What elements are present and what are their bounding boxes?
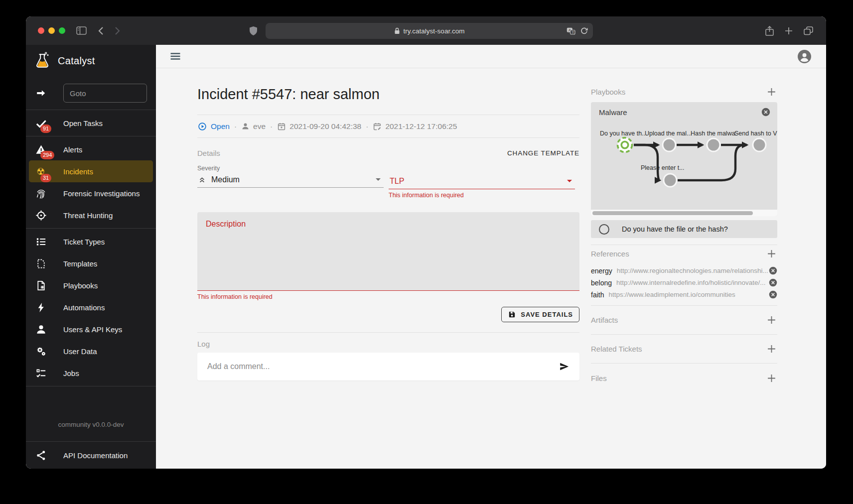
modified-timestamp: 2021-12-12 17:06:25 [373,122,457,131]
crosshair-icon [35,210,47,221]
sidebar-item-users-api-keys[interactable]: Users & API Keys [26,318,156,340]
app-bar [156,45,826,68]
owner-icon [241,122,250,130]
svg-text:Upload the mal...: Upload the mal... [645,130,692,137]
save-details-button[interactable]: SAVE DETAILS [501,307,579,322]
add-playbook-button[interactable] [766,86,777,98]
task-status-circle-icon[interactable] [599,224,609,235]
sidebar-toggle-icon[interactable] [76,26,87,35]
browser-window: try.catalyst-soar.com A文 [26,16,826,469]
address-bar[interactable]: try.catalyst-soar.com A文 [266,23,593,39]
avatar[interactable] [798,50,811,63]
sidebar-item-user-data[interactable]: User Data [26,340,156,362]
sidebar-item-forensic-investigations[interactable]: Forensic Investigations [26,182,156,204]
calendar-edit-icon [373,122,382,131]
checklist-icon [35,368,47,379]
files-section-label: Files [591,374,607,382]
reference-row: faith https://www.leadimplement.io/commu… [591,290,777,299]
chevron-down-icon [567,180,572,182]
gears-icon [35,346,47,357]
playbook-workflow-diagram[interactable]: Do you have th... Upload the mal... Hash… [591,122,777,210]
translate-icon[interactable]: A文 [567,27,575,35]
add-file-button[interactable] [766,373,777,384]
sidebar-item-open-tasks[interactable]: 91 Open Tasks [26,112,156,134]
svg-text:Hash the malwa.: Hash the malwa. [691,130,737,137]
incidents-badge: 31 [40,174,51,182]
add-reference-button[interactable] [766,248,777,259]
remove-reference-icon[interactable] [769,278,777,287]
alerts-badge: 294 [40,151,54,159]
sidebar-item-jobs[interactable]: Jobs [26,362,156,384]
remove-reference-icon[interactable] [769,290,777,299]
created-timestamp: 2021-09-20 04:42:38 [277,122,361,131]
tab-overview-icon[interactable] [804,26,813,35]
zoom-window-button[interactable] [59,27,65,34]
minimize-window-button[interactable] [48,27,55,34]
artifacts-section: Artifacts [591,306,777,335]
playbook-title: Malware [599,108,627,117]
add-artifact-button[interactable] [766,314,777,326]
severity-label: Severity [197,165,384,172]
page-title: Incident #5547: near salmon [197,86,579,103]
sidebar-item-templates[interactable]: Templates [26,252,156,274]
tlp-value: TLP [390,177,404,186]
sidebar-item-ticket-types[interactable]: Ticket Types [26,231,156,252]
remove-reference-icon[interactable] [769,266,777,275]
reference-link[interactable]: http://www.internalredefine.info/holisti… [616,279,769,286]
description-error: This information is required [197,293,579,300]
severity-field[interactable]: Severity Medium [197,165,384,199]
forward-button[interactable] [115,26,121,35]
playbook-scrollbar[interactable] [591,210,777,216]
catalyst-logo-icon [33,51,52,70]
add-related-ticket-button[interactable] [766,343,777,355]
dashed-document-icon [35,258,47,269]
url-text: try.catalyst-soar.com [404,27,465,35]
related-tickets-section-label: Related Tickets [591,345,642,353]
svg-text:Please enter t...: Please enter t... [641,164,685,171]
artifacts-section-label: Artifacts [591,316,618,324]
playbook-task-row[interactable]: Do you have the file or the hash? [591,220,777,238]
severity-value: Medium [211,175,240,184]
incident-owner: eve [241,122,266,131]
reference-row: energy http://www.regionaltechnologies.n… [591,266,777,275]
divider [591,245,777,245]
open-tasks-badge: 91 [40,125,51,133]
svg-text:Do you have th...: Do you have th... [600,130,647,137]
divider [197,332,579,333]
sidebar-item-incidents[interactable]: ☢ 31 Incidents [29,160,153,182]
sidebar-item-automations[interactable]: Automations [26,296,156,318]
close-window-button[interactable] [38,27,44,34]
description-label: Description [206,220,246,228]
svg-text:Send hash to V: Send hash to V [734,130,777,137]
workflow-start-node [618,138,632,152]
status-badge[interactable]: Open [197,122,230,131]
files-section: Files [591,364,777,392]
tlp-field[interactable]: TLP This information is required [389,165,575,199]
description-textarea[interactable]: Description [197,212,579,291]
sidebar-item-threat-hunting[interactable]: Threat Hunting [26,204,156,226]
sidebar-item-playbooks[interactable]: Playbooks [26,274,156,296]
privacy-shield-icon[interactable] [249,26,258,36]
share-icon[interactable] [765,26,774,36]
browser-titlebar: try.catalyst-soar.com A文 [26,16,826,45]
reload-icon[interactable] [580,27,588,35]
list-icon [35,236,47,248]
sidebar-item-alerts[interactable]: 294 Alerts [26,138,156,160]
new-tab-icon[interactable] [785,27,793,35]
scrollbar-thumb[interactable] [592,211,753,215]
sidebar-item-api-documentation[interactable]: API Documentation [26,441,156,469]
person-icon [35,324,47,335]
remove-playbook-icon[interactable] [761,108,770,117]
comment-input[interactable] [207,362,559,371]
reference-link[interactable]: http://www.regionaltechnologies.name/rel… [617,267,769,274]
save-icon [508,310,516,319]
screen: try.catalyst-soar.com A文 [0,0,853,504]
document-gear-icon [35,280,47,291]
back-button[interactable] [98,26,104,35]
change-template-button[interactable]: CHANGE TEMPLATE [507,149,579,157]
menu-icon[interactable] [169,50,181,62]
reference-link[interactable]: https://www.leadimplement.io/communities [608,291,769,298]
goto-input[interactable] [63,84,147,103]
send-icon[interactable] [559,361,569,372]
details-section-label: Details [197,149,220,157]
